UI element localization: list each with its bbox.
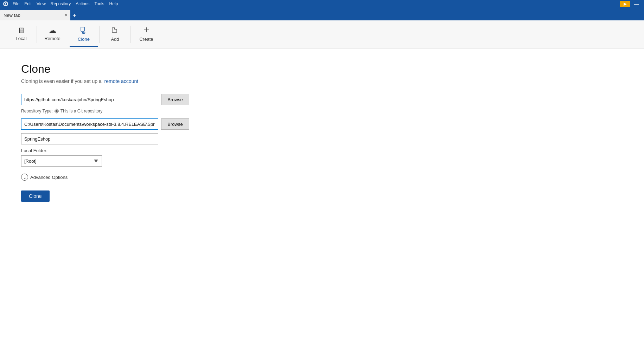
repo-type-label: Repository Type: xyxy=(21,109,53,114)
toolbar-item-local[interactable]: 🖥 Local xyxy=(7,22,35,47)
clone-label: Clone xyxy=(78,37,90,42)
titlebar-left: File Edit View Repository Actions Tools … xyxy=(3,1,118,7)
add-label: Add xyxy=(111,37,119,42)
local-folder-select[interactable]: [Root] xyxy=(21,155,102,167)
menu-view[interactable]: View xyxy=(37,1,46,6)
git-icon xyxy=(54,109,59,114)
create-icon xyxy=(142,26,150,35)
notification-button[interactable]: ▶ xyxy=(620,1,630,7)
path-input[interactable] xyxy=(21,118,158,130)
menu-bar: File Edit View Repository Actions Tools … xyxy=(13,1,118,6)
clone-button[interactable]: Clone xyxy=(21,190,50,202)
browse-button-1[interactable]: Browse xyxy=(161,94,189,105)
main-content: Clone Cloning is even easier if you set … xyxy=(0,49,644,216)
minimize-button[interactable]: — xyxy=(631,1,641,7)
titlebar-right: ▶ — xyxy=(620,1,641,7)
name-row xyxy=(21,133,623,144)
add-icon xyxy=(111,26,119,35)
menu-tools[interactable]: Tools xyxy=(95,1,104,6)
menu-edit[interactable]: Edit xyxy=(24,1,32,6)
remote-account-link[interactable]: remote account xyxy=(104,78,139,84)
subtitle: Cloning is even easier if you set up a r… xyxy=(21,78,623,84)
local-label: Local xyxy=(15,36,26,41)
local-folder-label: Local Folder: xyxy=(21,148,623,153)
svg-point-2 xyxy=(5,3,6,5)
new-tab-button[interactable]: + xyxy=(72,12,77,20)
repo-type-value: This is a Git repository xyxy=(60,109,102,114)
titlebar: File Edit View Repository Actions Tools … xyxy=(0,0,644,8)
subtitle-text: Cloning is even easier if you set up a xyxy=(21,78,102,84)
local-icon: 🖥 xyxy=(17,27,25,34)
new-tab[interactable]: New tab × xyxy=(0,10,70,20)
menu-repository[interactable]: Repository xyxy=(51,1,71,6)
advanced-options-icon: ⌄ xyxy=(21,174,28,181)
url-row: Browse xyxy=(21,94,623,105)
url-input[interactable] xyxy=(21,94,158,105)
svg-rect-3 xyxy=(81,27,84,31)
toolbar-item-create[interactable]: Create xyxy=(132,22,160,47)
advanced-options-row[interactable]: ⌄ Advanced Options xyxy=(21,174,623,181)
toolbar: 🖥 Local ☁ Remote Clone Add xyxy=(0,20,644,49)
local-folder-dropdown-row: [Root] xyxy=(21,155,623,167)
app-logo-icon xyxy=(3,1,8,7)
toolbar-divider-1 xyxy=(37,26,37,43)
toolbar-divider-2 xyxy=(68,26,68,43)
remote-icon: ☁ xyxy=(49,27,56,34)
repo-type-row: Repository Type: This is a Git repositor… xyxy=(21,109,623,114)
menu-actions[interactable]: Actions xyxy=(76,1,89,6)
browse-button-2[interactable]: Browse xyxy=(161,118,189,130)
path-row: Browse xyxy=(21,118,623,130)
advanced-options-label: Advanced Options xyxy=(30,175,68,180)
toolbar-divider-4 xyxy=(130,26,131,43)
menu-help[interactable]: Help xyxy=(109,1,118,6)
menu-file[interactable]: File xyxy=(13,1,19,6)
remote-label: Remote xyxy=(44,36,60,41)
page-title: Clone xyxy=(21,63,623,76)
toolbar-item-clone[interactable]: Clone xyxy=(70,22,98,47)
toolbar-item-add[interactable]: Add xyxy=(101,22,129,47)
toolbar-divider-3 xyxy=(99,26,100,43)
tabbar: New tab × + xyxy=(0,8,644,20)
tab-close-button[interactable]: × xyxy=(65,13,68,18)
tab-label: New tab xyxy=(4,13,20,18)
name-input[interactable] xyxy=(21,133,158,144)
clone-icon xyxy=(80,26,88,35)
create-label: Create xyxy=(139,37,153,42)
toolbar-item-remote[interactable]: ☁ Remote xyxy=(38,22,66,47)
